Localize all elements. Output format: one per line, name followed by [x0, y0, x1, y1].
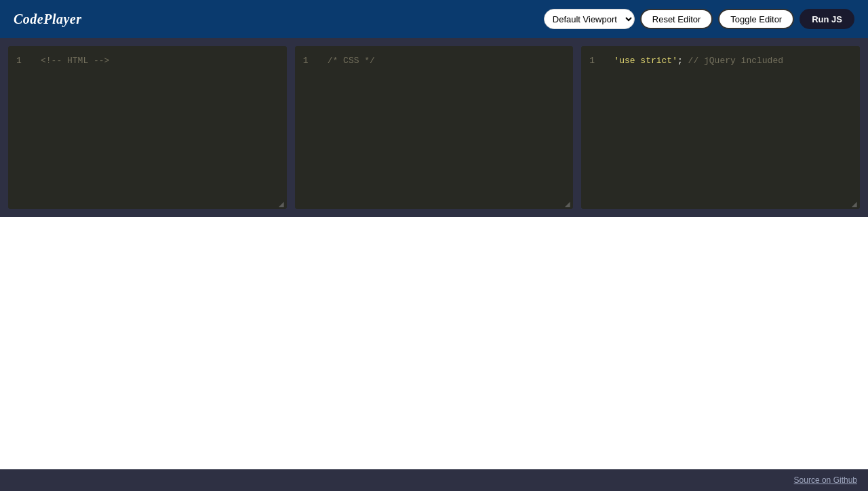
html-editor-wrapper: 1 <!-- HTML --> — [8, 46, 287, 76]
reset-editor-button[interactable]: Reset Editor — [640, 9, 713, 29]
css-editor-panel: 1 /* CSS */ ◢ — [295, 46, 574, 209]
app-footer: Source on Github — [0, 469, 868, 491]
html-editor-panel: 1 <!-- HTML --> ◢ — [8, 46, 287, 209]
github-link[interactable]: Source on Github — [794, 475, 857, 485]
css-editor-wrapper: 1 /* CSS */ — [295, 46, 574, 76]
js-editor-wrapper: 1 'use strict'; // jQuery included — [581, 46, 860, 76]
app-header: CodePlayer Default ViewportFull Width128… — [0, 0, 868, 38]
editors-area: 1 <!-- HTML --> ◢ 1 /* CSS */ ◢ 1 'use s… — [0, 38, 868, 217]
main-content-area — [0, 217, 868, 469]
app-logo: CodePlayer — [14, 12, 82, 27]
js-editor-panel: 1 'use strict'; // jQuery included ◢ — [581, 46, 860, 209]
html-resize-handle[interactable]: ◢ — [279, 201, 285, 208]
run-js-button[interactable]: Run JS — [800, 9, 854, 29]
viewport-select[interactable]: Default ViewportFull Width1280px1024px76… — [544, 9, 635, 29]
css-resize-handle[interactable]: ◢ — [565, 201, 572, 208]
header-controls: Default ViewportFull Width1280px1024px76… — [544, 9, 854, 29]
js-resize-handle[interactable]: ◢ — [852, 201, 859, 208]
toggle-editor-button[interactable]: Toggle Editor — [718, 9, 794, 29]
